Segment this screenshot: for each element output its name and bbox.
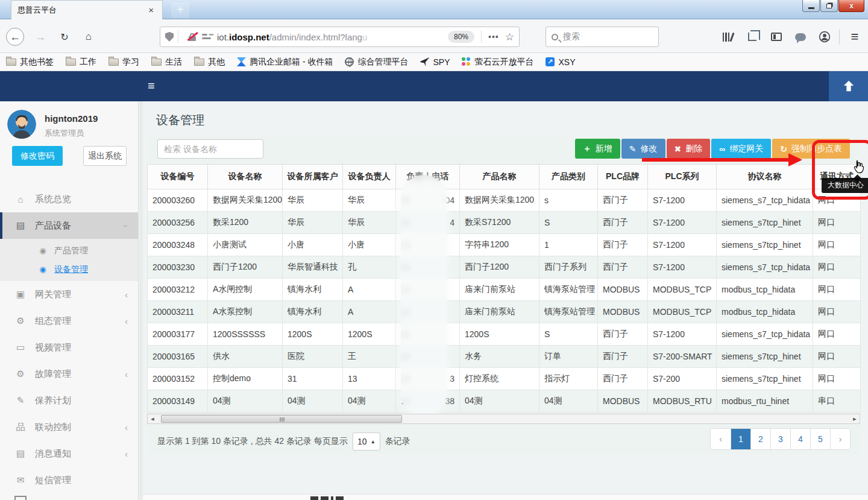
submenu: ◉产品管理◉设备管理 bbox=[0, 239, 139, 281]
table-row[interactable]: 20000314904测04测04测153804测04测MODBUSMODBUS… bbox=[148, 390, 861, 413]
table-cell: siemens_s7tcp_hinet bbox=[717, 346, 813, 368]
button-icon: ✖ bbox=[675, 144, 682, 154]
bookmark-item[interactable]: ↗XSY bbox=[546, 57, 575, 67]
sidebar-item-网关管理[interactable]: ▣网关管理‹ bbox=[0, 281, 139, 308]
bookmark-item[interactable]: 综合管理平台 bbox=[345, 57, 408, 68]
browser-tab[interactable]: 思普云平台 × bbox=[11, 0, 163, 19]
table-cell: 供水 bbox=[208, 346, 283, 368]
app-menu-icon[interactable]: ≡ bbox=[848, 30, 862, 43]
close-button[interactable]: x bbox=[838, 0, 864, 12]
table-cell: S bbox=[539, 323, 598, 346]
table-cell: 1200S bbox=[343, 323, 396, 346]
big-data-center-button[interactable] bbox=[829, 71, 868, 101]
chevron-down-icon: › bbox=[121, 224, 131, 227]
table-row[interactable]: 200003152控制demo3113153灯控系统指示灯西门子S7-200si… bbox=[148, 368, 861, 390]
logout-button[interactable]: 退出系统 bbox=[83, 146, 127, 166]
tracking-shield-icon[interactable] bbox=[165, 32, 174, 42]
sidebar-item-保养计划[interactable]: ✎保养计划 bbox=[0, 387, 139, 414]
next-page-button[interactable]: › bbox=[830, 429, 850, 449]
page-actions-icon[interactable]: ••• bbox=[488, 32, 499, 42]
page-size-select[interactable]: 10▲ bbox=[353, 432, 380, 451]
table-cell: 200003165 bbox=[148, 346, 208, 368]
sidebar-collapse-icon[interactable]: ≡ bbox=[148, 79, 155, 93]
table-cell: MODBUS bbox=[598, 390, 648, 413]
restore-button[interactable] bbox=[820, 0, 838, 12]
sidebar-item-故障管理[interactable]: ⚙故障管理‹ bbox=[0, 361, 139, 387]
url-bar[interactable]: iot.idosp.net/admin/index.html?langu 80%… bbox=[160, 27, 520, 47]
change-password-button[interactable]: 修改密码 bbox=[12, 146, 63, 166]
globe-icon bbox=[345, 57, 354, 66]
table-row[interactable]: 200003260数据网关采集1200华辰华辰1804数据网关采集1200s西门… bbox=[148, 189, 861, 212]
sidebar-toggle-icon[interactable] bbox=[769, 30, 784, 43]
table-cell: 华辰 bbox=[283, 212, 343, 234]
sidebar-item-短信管理[interactable]: ✉短信管理 bbox=[0, 467, 139, 493]
table-row[interactable]: 200003230西门子1200华辰智通科技孔15西门子1200西门子系列西门子… bbox=[148, 256, 861, 279]
action-button-删除[interactable]: ✖删除 bbox=[667, 139, 711, 159]
action-button-强制同步点表[interactable]: ↻强制同步点表 bbox=[772, 139, 850, 159]
scroll-left-arrow[interactable]: ◀ bbox=[148, 414, 157, 423]
page-button-4[interactable]: 4 bbox=[790, 429, 810, 449]
insecure-lock-icon[interactable] bbox=[187, 32, 197, 42]
action-button-新增[interactable]: ＋新增 bbox=[575, 139, 620, 159]
table-cell: 西门子 bbox=[598, 346, 648, 368]
sidebar-item-视频管理[interactable]: ▭视频管理 bbox=[0, 334, 139, 361]
chat-bubble-icon[interactable] bbox=[793, 30, 808, 43]
avatar[interactable] bbox=[7, 110, 36, 139]
new-tab-button[interactable]: + bbox=[171, 2, 189, 18]
sidebar-subitem-产品管理[interactable]: ◉产品管理 bbox=[0, 241, 139, 260]
page-button-2[interactable]: 2 bbox=[750, 429, 770, 449]
sidebar-subitem-设备管理[interactable]: ◉设备管理 bbox=[0, 260, 139, 279]
bookmark-star-icon[interactable]: ☆ bbox=[505, 31, 514, 43]
library-icon[interactable] bbox=[720, 30, 735, 43]
sidebar-item-组态管理[interactable]: ⚙组态管理‹ bbox=[0, 308, 139, 334]
table-cell: 1200SSSSSS bbox=[208, 323, 283, 346]
back-button[interactable]: ← bbox=[6, 28, 24, 46]
table-cell: 200003177 bbox=[148, 323, 208, 346]
table-cell: 200003152 bbox=[148, 368, 208, 390]
page-button-3[interactable]: 3 bbox=[770, 429, 790, 449]
horizontal-scrollbar[interactable]: ◀ ▶ bbox=[147, 414, 860, 424]
sidebar-item-系统总览[interactable]: ⌂系统总览 bbox=[0, 186, 139, 212]
table-row[interactable]: 200003211A水泵控制镇海水利A13庙来门前泵站镇海泵站管理MODBUSM… bbox=[148, 301, 861, 323]
bookmark-folder[interactable]: 工作 bbox=[66, 57, 96, 68]
device-search-input[interactable] bbox=[157, 139, 263, 159]
bookmark-folder[interactable]: 学习 bbox=[108, 57, 139, 68]
action-button-修改[interactable]: ✎修改 bbox=[621, 139, 665, 159]
bookmark-folder[interactable]: 其他书签 bbox=[6, 57, 54, 68]
permissions-icon[interactable] bbox=[202, 33, 211, 40]
table-row[interactable]: 200003256数采1200华辰华辰184数采S71200S西门子S7-120… bbox=[148, 212, 861, 234]
account-icon[interactable] bbox=[817, 30, 832, 43]
scrollbar-thumb[interactable] bbox=[161, 415, 402, 423]
page-button-5[interactable]: 5 bbox=[810, 429, 830, 449]
table-row[interactable]: 200003212A水闸控制镇海水利A13庙来门前泵站镇海泵站管理MODBUSM… bbox=[148, 279, 861, 301]
bookmark-item[interactable]: SPY bbox=[420, 57, 450, 67]
bookmark-item[interactable]: 腾讯企业邮箱 - 收件箱 bbox=[237, 57, 333, 68]
reload-button[interactable]: ↻ bbox=[55, 28, 74, 46]
sidebar-item-产品设备[interactable]: ▤产品设备› bbox=[0, 212, 139, 239]
bookmark-folder[interactable]: 其他 bbox=[194, 57, 225, 68]
sidebar-item-消息通知[interactable]: ▤消息通知‹ bbox=[0, 440, 139, 467]
zoom-level-badge[interactable]: 80% bbox=[448, 31, 474, 43]
home-button[interactable]: ⌂ bbox=[80, 28, 98, 46]
table-row[interactable]: 2000031771200SSSSSS1200S1200S151200SS西门子… bbox=[148, 323, 861, 346]
minimize-button[interactable] bbox=[802, 0, 820, 12]
page-button-1[interactable]: 1 bbox=[731, 429, 750, 449]
xsy-icon: ↗ bbox=[546, 57, 555, 66]
table-cell: MODBUS bbox=[598, 301, 648, 323]
tab-title: 思普云平台 bbox=[17, 5, 146, 16]
bookmark-item[interactable]: 萤石云开放平台 bbox=[462, 57, 533, 68]
table-row[interactable]: 200003165供水医院王18水务订单西门子S7-200-SMARTsieme… bbox=[148, 346, 861, 368]
screenshot-crop-icon[interactable] bbox=[745, 30, 760, 43]
bookmark-folder[interactable]: 生活 bbox=[151, 57, 182, 68]
scroll-right-arrow[interactable]: ▶ bbox=[850, 414, 860, 423]
table-row[interactable]: 200003248小唐测试小唐小唐13字符串12001西门子S7-1200sie… bbox=[148, 234, 861, 256]
table-cell: 控制demo bbox=[208, 368, 283, 390]
sidebar-item-联动控制[interactable]: 品联动控制‹ bbox=[0, 414, 139, 440]
config-gears-icon: ⚙ bbox=[14, 315, 27, 326]
action-button-绑定网关[interactable]: ∞绑定网关 bbox=[711, 139, 771, 159]
forward-button[interactable]: → bbox=[31, 28, 49, 46]
search-bar[interactable]: 搜索 bbox=[546, 27, 659, 47]
wrench-icon: ✎ bbox=[14, 395, 27, 406]
prev-page-button[interactable]: ‹ bbox=[711, 429, 731, 449]
tab-close-icon[interactable]: × bbox=[146, 4, 156, 16]
